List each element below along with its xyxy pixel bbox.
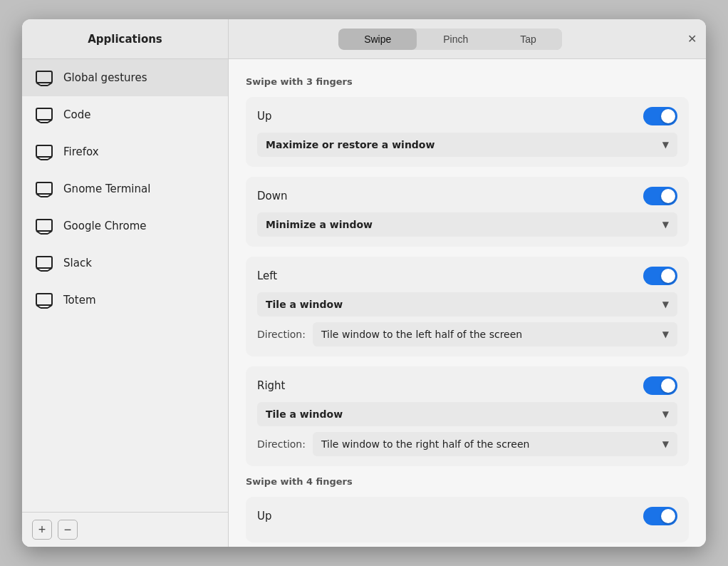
gesture-block-down: Down Minimize a window ▼ <box>246 177 689 247</box>
gesture-block-right: Right Tile a window ▼ Direction: Tile wi… <box>246 366 689 466</box>
dropdown-right-direction[interactable]: Tile window to the right half of the scr… <box>313 432 677 456</box>
totem-icon <box>35 291 53 309</box>
sidebar-item-firefox[interactable]: Firefox <box>22 133 228 170</box>
slack-icon <box>35 254 53 272</box>
toggle-down[interactable] <box>643 187 677 205</box>
gesture-block-up: Up Maximize or restore a window ▼ <box>246 97 689 167</box>
applications-label: Applications <box>88 33 162 46</box>
direction-label-right: Direction: <box>257 438 306 450</box>
sidebar-header: Applications <box>22 19 229 58</box>
section-4finger-title: Swipe with 4 fingers <box>246 476 689 487</box>
dropdown-left-direction[interactable]: Tile window to the left half of the scre… <box>313 322 677 346</box>
dropdown-left-direction-value: Tile window to the left half of the scre… <box>321 329 522 340</box>
dropdown-right-action-label: Tile a window <box>266 408 343 420</box>
svg-rect-0 <box>36 71 52 83</box>
add-button[interactable]: + <box>32 520 52 540</box>
gesture-row-up: Up <box>257 107 677 125</box>
gesture-row-left: Left <box>257 267 677 285</box>
toggle-up[interactable] <box>643 107 677 125</box>
chevron-down-icon: ▼ <box>662 409 669 419</box>
firefox-icon <box>35 143 53 161</box>
dropdown-up-action[interactable]: Maximize or restore a window ▼ <box>257 133 677 157</box>
svg-rect-20 <box>36 257 52 268</box>
sidebar-label-gnome-terminal: Gnome Terminal <box>63 182 150 195</box>
sidebar-item-global[interactable]: Global gestures <box>22 59 228 96</box>
remove-button[interactable]: − <box>58 520 78 540</box>
toggle-right[interactable] <box>643 376 677 395</box>
sidebar-label-firefox: Firefox <box>63 145 99 158</box>
title-bar: Applications Swipe Pinch Tap ✕ <box>22 19 706 59</box>
sidebar-label-global: Global gestures <box>63 71 147 84</box>
chevron-down-icon: ▼ <box>662 299 669 309</box>
dropdown-down-action-label: Minimize a window <box>266 219 373 230</box>
chevron-down-icon: ▼ <box>662 220 669 230</box>
svg-rect-24 <box>36 294 52 305</box>
dropdown-left-action[interactable]: Tile a window ▼ <box>257 292 677 317</box>
toggle-4up[interactable] <box>643 507 677 525</box>
code-icon <box>35 106 53 124</box>
section-3finger-title: Swipe with 3 fingers <box>246 76 689 87</box>
close-button[interactable]: ✕ <box>677 19 706 58</box>
svg-rect-12 <box>36 182 52 194</box>
main-window: Applications Swipe Pinch Tap ✕ Global ge… <box>22 19 706 547</box>
gesture-row-4up: Up <box>257 507 677 525</box>
dropdown-down-action[interactable]: Minimize a window ▼ <box>257 212 677 237</box>
tab-tap[interactable]: Tap <box>494 29 562 50</box>
gesture-block-left: Left Tile a window ▼ Direction: Tile win… <box>246 257 689 356</box>
direction-label-left: Direction: <box>257 329 306 340</box>
gesture-label-down: Down <box>257 190 288 202</box>
gesture-row-right: Right <box>257 376 677 395</box>
chevron-down-icon: ▼ <box>662 329 669 339</box>
dropdown-up-action-label: Maximize or restore a window <box>266 139 435 150</box>
tab-pinch[interactable]: Pinch <box>417 29 494 50</box>
chevron-down-icon: ▼ <box>662 140 669 150</box>
sidebar: Global gestures Code Firefox <box>22 59 229 547</box>
dropdown-row-left-direction: Direction: Tile window to the left half … <box>257 322 677 346</box>
gesture-label-left: Left <box>257 269 277 282</box>
sidebar-footer: + − <box>22 512 228 547</box>
main-content: Swipe with 3 fingers Up Maximize or rest… <box>229 59 706 547</box>
gesture-label-up: Up <box>257 110 272 123</box>
global-gestures-icon <box>35 68 53 87</box>
dropdown-row-right-direction: Direction: Tile window to the right half… <box>257 432 677 456</box>
sidebar-label-totem: Totem <box>63 294 96 307</box>
tab-swipe[interactable]: Swipe <box>338 29 417 50</box>
svg-rect-16 <box>36 220 52 231</box>
google-chrome-icon <box>35 217 53 235</box>
sidebar-label-code: Code <box>63 108 90 121</box>
dropdown-right-action[interactable]: Tile a window ▼ <box>257 402 677 426</box>
gesture-row-down: Down <box>257 187 677 205</box>
gesture-label-right: Right <box>257 379 286 392</box>
toggle-left[interactable] <box>643 267 677 285</box>
sidebar-item-slack[interactable]: Slack <box>22 245 228 282</box>
sidebar-label-slack: Slack <box>63 257 92 269</box>
svg-rect-4 <box>36 108 52 120</box>
sidebar-item-google-chrome[interactable]: Google Chrome <box>22 207 228 245</box>
gnome-terminal-icon <box>35 180 53 198</box>
gesture-block-4up: Up <box>246 497 689 542</box>
tabs-area: Swipe Pinch Tap <box>229 19 672 58</box>
sidebar-item-gnome-terminal[interactable]: Gnome Terminal <box>22 170 228 207</box>
svg-rect-8 <box>36 145 52 157</box>
sidebar-label-google-chrome: Google Chrome <box>63 220 147 232</box>
sidebar-item-totem[interactable]: Totem <box>22 282 228 319</box>
tab-group: Swipe Pinch Tap <box>338 29 562 50</box>
content-area: Global gestures Code Firefox <box>22 59 706 547</box>
chevron-down-icon: ▼ <box>662 439 669 449</box>
dropdown-right-direction-value: Tile window to the right half of the scr… <box>321 438 529 450</box>
sidebar-item-code[interactable]: Code <box>22 96 228 133</box>
dropdown-left-action-label: Tile a window <box>266 299 343 310</box>
gesture-label-4up: Up <box>257 510 272 523</box>
